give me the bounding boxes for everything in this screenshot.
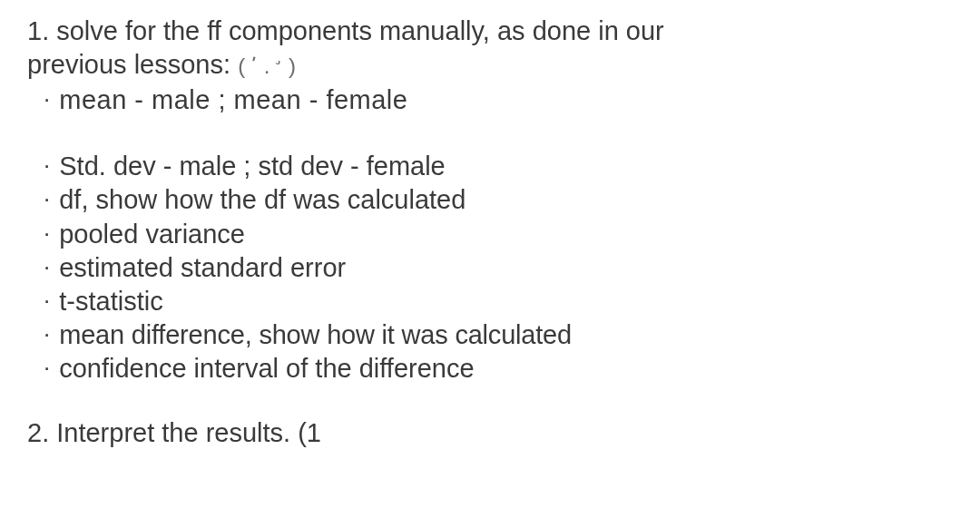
section-1-heading: 1. solve for the ff components manually,… bbox=[27, 15, 953, 82]
heading-scribble-mark: ( ̕ . ̛ ) bbox=[238, 54, 298, 78]
spacer bbox=[27, 117, 953, 150]
bullet-item: · t-statistic bbox=[44, 285, 953, 318]
bullet-text: t-statistic bbox=[59, 285, 162, 318]
heading-line-2: previous lessons: ( ̕ . ̛ ) bbox=[27, 48, 953, 82]
heading-line-2-prefix: previous lessons: bbox=[27, 50, 238, 79]
bullet-item: · pooled variance bbox=[44, 218, 953, 251]
bullet-text: mean - male ; mean - female bbox=[59, 83, 407, 117]
bullet-dot-icon: · bbox=[44, 287, 50, 315]
bullet-text: df, show how the df was calculated bbox=[59, 183, 466, 217]
bullet-dot-icon: · bbox=[44, 253, 50, 281]
bullet-dot-icon: · bbox=[44, 320, 50, 348]
bullet-dot-icon: · bbox=[44, 85, 50, 113]
section-2-heading: 2. Interpret the results. (1 bbox=[27, 416, 953, 450]
bullet-group-1: · mean - male ; mean - female bbox=[27, 83, 953, 117]
bullet-item: · df, show how the df was calculated bbox=[44, 183, 953, 217]
bullet-group-2: · Std. dev - male ; std dev - female · d… bbox=[27, 150, 953, 386]
bullet-item: · Std. dev - male ; std dev - female bbox=[44, 150, 953, 183]
bullet-text: pooled variance bbox=[59, 218, 245, 251]
bullet-item: · estimated standard error bbox=[44, 251, 953, 285]
bullet-dot-icon: · bbox=[44, 220, 50, 248]
bullet-dot-icon: · bbox=[44, 185, 50, 213]
bullet-text: confidence interval of the difference bbox=[59, 352, 474, 386]
trailing-parenthesis-mark: (1 bbox=[298, 418, 321, 447]
section-2-text: 2. Interpret the results. bbox=[27, 418, 298, 447]
bullet-text: mean difference, show how it was calcula… bbox=[59, 318, 572, 352]
bullet-item: · mean - male ; mean - female bbox=[44, 83, 953, 117]
heading-line-1: 1. solve for the ff components manually,… bbox=[27, 15, 953, 48]
bullet-item: · mean difference, show how it was calcu… bbox=[44, 318, 953, 352]
bullet-text: Std. dev - male ; std dev - female bbox=[59, 150, 446, 183]
bullet-item: · confidence interval of the difference bbox=[44, 352, 953, 386]
bullet-dot-icon: · bbox=[44, 151, 50, 180]
bullet-dot-icon: · bbox=[44, 354, 50, 382]
bullet-text: estimated standard error bbox=[59, 251, 346, 285]
